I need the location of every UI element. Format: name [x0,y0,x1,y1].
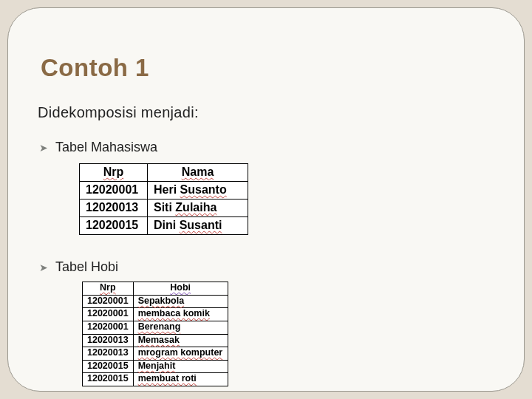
bullet-mahasiswa-label: Tabel Mahasiswa [55,140,157,155]
cell-hobi: Menjahit [133,360,228,373]
table-row: 12020001 membaca komik [83,308,228,321]
cell-nrp: 12020013 [80,200,148,217]
cell-hobi: membaca komik [133,308,228,321]
cell-nama: Siti Zulaiha [148,200,248,217]
cell-nrp: 12020013 [83,334,134,347]
cell-nrp: 12020001 [83,308,134,321]
table-row: Nrp Nama [80,164,248,182]
cell-nama: Dini Susanti [148,217,248,235]
col-header-hobi: Hobi [133,282,228,296]
chevron-right-icon: ➤ [39,262,48,273]
cell-nrp: 12020001 [80,182,148,200]
table-row: 12020015 Dini Susanti [80,217,248,235]
table-row: 12020001 Heri Susanto [80,182,248,200]
cell-hobi: Berenang [133,321,228,334]
table-row: 12020001 Berenang [83,321,228,334]
cell-nrp: 12020015 [80,217,148,235]
table-row: 12020013 Siti Zulaiha [80,200,248,217]
cell-nama: Heri Susanto [148,182,248,200]
slide-frame: Contoh 1 Didekomposisi menjadi: ➤ Tabel … [7,7,525,392]
cell-nrp: 12020013 [83,347,134,361]
table-row: Nrp Hobi [83,282,228,296]
cell-hobi: membuat roti [133,373,228,386]
table-mahasiswa: Nrp Nama 12020001 Heri Susanto 12020013 … [79,163,248,235]
col-header-nrp: Nrp [83,282,134,296]
bullet-mahasiswa: ➤ Tabel Mahasiswa [39,140,157,155]
cell-nrp: 12020015 [83,360,134,373]
table-row: 12020015 Menjahit [83,360,228,373]
table-row: 12020013 Memasak [83,334,228,347]
cell-hobi: Sepakbola [133,295,228,308]
col-header-nrp: Nrp [80,164,148,182]
cell-nrp: 12020001 [83,321,134,334]
slide-title: Contoh 1 [41,54,149,82]
table-row: 12020001 Sepakbola [83,295,228,308]
table-row: 12020013 mrogram komputer [83,347,228,361]
cell-nrp: 12020015 [83,373,134,386]
cell-hobi: Memasak [133,334,228,347]
slide-subtitle: Didekomposisi menjadi: [38,104,199,121]
cell-hobi: mrogram komputer [133,347,228,361]
bullet-hobi: ➤ Tabel Hobi [39,259,118,275]
col-header-nama: Nama [148,164,248,182]
bullet-hobi-label: Tabel Hobi [55,259,118,275]
cell-nrp: 12020001 [83,295,134,308]
table-hobi: Nrp Hobi 12020001 Sepakbola 12020001 mem… [82,282,228,386]
chevron-right-icon: ➤ [39,142,48,154]
table-row: 12020015 membuat roti [83,373,228,386]
